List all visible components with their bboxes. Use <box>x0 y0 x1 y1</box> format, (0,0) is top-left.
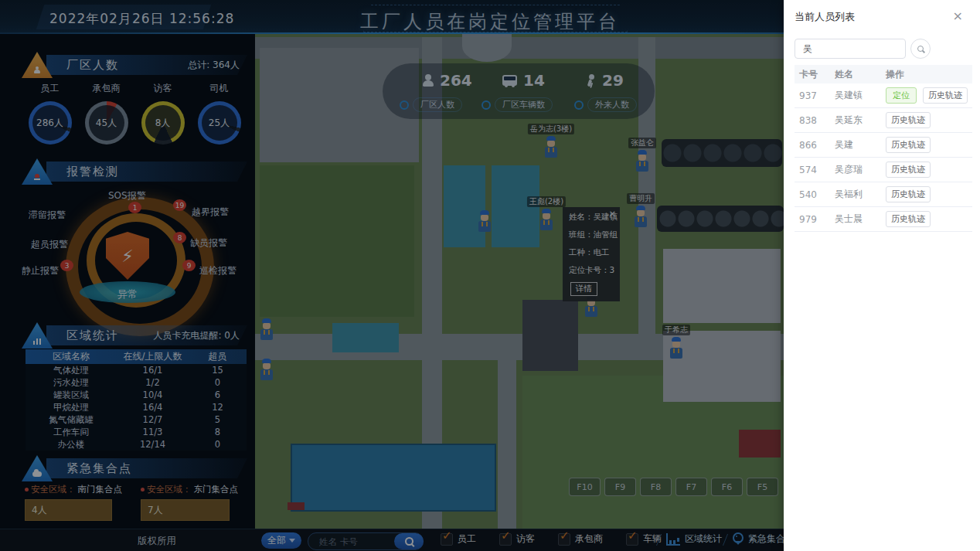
ring-dot-icon <box>481 100 491 110</box>
region-over-count: 0 <box>189 377 247 388</box>
region-over-count: 8 <box>189 427 247 437</box>
floor-button[interactable]: F6 <box>711 478 743 496</box>
region-online-limit: 10/4 <box>117 389 189 400</box>
alarm-item-label: 缺员报警 <box>190 237 227 248</box>
card-charge-reminder: 人员卡充电提醒: 0人 <box>154 329 240 342</box>
filter-all-dropdown[interactable]: 全部 <box>261 532 301 549</box>
region-table: 区域名称 在线/上限人数 超员 气体处理 16/1 15 污水处理 1/2 0 <box>26 349 247 451</box>
ring-stat: 承包商 45人 <box>78 82 134 145</box>
link-label: 区域统计 <box>685 532 722 546</box>
row-actions: 定位 历史轨迹 <box>886 87 972 104</box>
chevron-down-icon <box>289 539 295 542</box>
region-online-limit: 11/3 <box>117 427 189 437</box>
card-number: 574 <box>799 165 835 175</box>
worker-figure[interactable]: 张益仑 <box>635 150 649 173</box>
worker-figure[interactable] <box>260 318 274 342</box>
location-pin-icon <box>733 532 744 543</box>
history-track-button[interactable]: 历史轨迹 <box>886 112 931 128</box>
ring-stat: 员工 286人 <box>22 82 78 145</box>
assembly-point: 安全区域： 南门集合点 4人 <box>25 484 112 521</box>
person-glyph <box>34 66 40 74</box>
region-online-limit: 12/7 <box>117 414 189 425</box>
personnel-search-input[interactable] <box>795 39 906 59</box>
worker-figure[interactable]: 曹明升 <box>634 206 648 229</box>
locate-button[interactable]: 定位 <box>886 87 917 104</box>
section-assembly: 紧急集合点 <box>22 456 247 481</box>
region-name: 氮气储藏罐 <box>26 414 117 426</box>
tooltip-detail-button[interactable]: 详情 <box>570 282 597 296</box>
checkbox-icon: ✓ <box>558 533 570 546</box>
ring-chart: 45人 <box>85 101 128 145</box>
layer-checkbox[interactable]: ✓ 员工 <box>441 532 476 546</box>
floor-button[interactable]: F9 <box>604 478 636 496</box>
worker-face <box>481 215 488 221</box>
assembly-points: 安全区域： 南门集合点 4人 安全区域： 东门集合点 7人 <box>25 484 250 521</box>
assembly-count-bar: 4人 <box>25 499 112 521</box>
alarm-center-label: 异常 <box>117 287 138 301</box>
alarm-item: 超员报警 <box>31 238 68 251</box>
bottom-search-button[interactable] <box>394 533 424 549</box>
ring-label: 司机 <box>210 82 229 95</box>
personnel-search-button[interactable] <box>910 39 931 59</box>
stat-label: 厂区人数 <box>413 97 462 112</box>
layer-checkbox[interactable]: ✓ 访客 <box>499 532 535 546</box>
map-shape <box>522 376 784 551</box>
safe-zone-label: 安全区域： <box>147 484 192 495</box>
worker-figure[interactable]: 于希志 <box>669 337 683 360</box>
floor-button[interactable]: F8 <box>640 478 672 496</box>
stat-area-vehicles: 14 <box>502 71 545 90</box>
bottom-search-input[interactable] <box>308 536 394 548</box>
personnel-row: 866 吴建 历史轨迹 <box>795 133 972 158</box>
worker-figure[interactable]: 王彪(2楼) <box>539 209 553 232</box>
worker-figure[interactable] <box>260 359 274 382</box>
region-stats-link[interactable]: 区域统计 <box>666 532 722 546</box>
alarm-count-badge: 19 <box>173 199 186 211</box>
floor-button[interactable]: F7 <box>675 478 707 496</box>
factory-total: 总计: 364人 <box>188 59 240 72</box>
section-bar: 报警检测 <box>46 162 247 182</box>
alarm-item-label: 越界报警 <box>192 206 229 217</box>
section-title: 区域统计 <box>66 328 119 343</box>
worker-label: 曹明升 <box>627 193 655 204</box>
stat-area-people: 264 <box>423 71 472 90</box>
alarm-count-badge: 3 <box>60 260 73 271</box>
map-building <box>663 249 781 323</box>
ring-stat: 司机 25人 <box>191 82 247 145</box>
region-over-count: 5 <box>189 414 247 425</box>
worker-figure[interactable] <box>478 210 492 233</box>
map-road <box>498 334 516 551</box>
floor-button[interactable]: F10 <box>569 478 601 496</box>
tooltip-field-value: 电工 <box>594 247 610 257</box>
history-track-button[interactable]: 历史轨迹 <box>923 87 968 104</box>
history-track-button[interactable]: 历史轨迹 <box>886 186 931 202</box>
row-actions: 历史轨迹 <box>886 112 972 128</box>
history-track-button[interactable]: 历史轨迹 <box>886 211 931 227</box>
history-track-button[interactable]: 历史轨迹 <box>886 137 931 153</box>
region-over-count: 12 <box>189 402 247 413</box>
map-building <box>522 300 578 371</box>
checkbox-label: 访客 <box>516 532 535 546</box>
stat-value: 29 <box>602 71 624 90</box>
history-track-button[interactable]: 历史轨迹 <box>886 162 931 178</box>
worker-figure[interactable]: 岳为志(3楼) <box>544 136 558 159</box>
top-stats-capsule: 264 14 29 厂区人数 厂区车辆数 外来人数 <box>383 63 655 119</box>
ring-chart: 8人 <box>141 101 185 145</box>
map-pool <box>332 323 399 352</box>
personnel-row: 574 吴彦瑞 历史轨迹 <box>795 158 972 182</box>
worker-body <box>478 221 491 232</box>
person-name: 吴建镇 <box>835 89 886 102</box>
stat-label: 外来人数 <box>587 97 637 112</box>
map-fans <box>657 206 784 232</box>
region-table-row: 污水处理 1/2 0 <box>26 376 247 389</box>
layer-checkbox[interactable]: ✓ 承包商 <box>558 532 603 546</box>
checkbox-icon: ✓ <box>441 533 453 546</box>
person-name: 吴士晨 <box>835 213 886 226</box>
region-table-header: 区域名称 在线/上限人数 超员 <box>26 349 247 364</box>
personnel-row: 540 吴福利 历史轨迹 <box>795 182 972 207</box>
worker-face <box>638 155 646 161</box>
region-name: 罐装区域 <box>26 389 117 401</box>
tooltip-close-icon[interactable]: × <box>609 209 616 219</box>
floor-button[interactable]: F5 <box>747 478 778 496</box>
datetime-text: 2022年02月26日 12:56:28 <box>49 10 234 28</box>
close-icon[interactable]: × <box>948 8 968 24</box>
